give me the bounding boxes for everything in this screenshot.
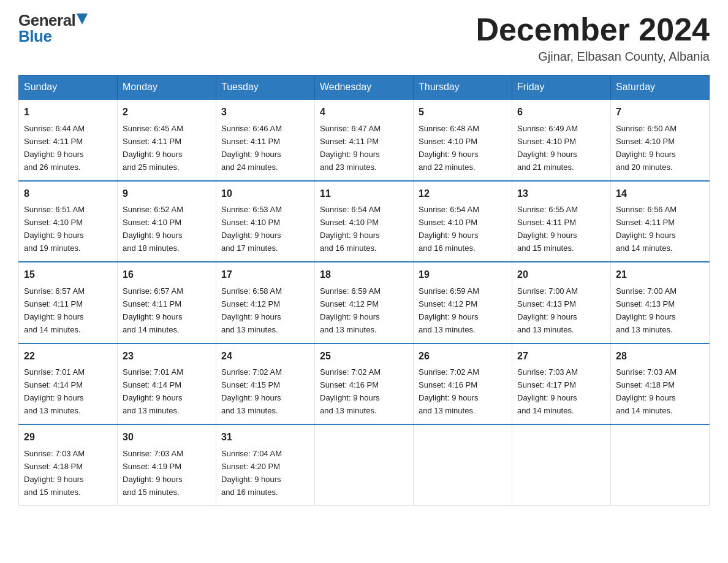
logo: General Blue bbox=[18, 12, 88, 44]
calendar-week-row: 22 Sunrise: 7:01 AMSunset: 4:14 PMDaylig… bbox=[19, 343, 710, 424]
day-number: 15 bbox=[24, 267, 112, 283]
day-number: 31 bbox=[221, 430, 309, 445]
day-number: 22 bbox=[24, 349, 112, 364]
day-number: 3 bbox=[221, 105, 309, 120]
day-info: Sunrise: 6:54 AMSunset: 4:10 PMDaylight:… bbox=[419, 205, 479, 253]
day-info: Sunrise: 6:44 AMSunset: 4:11 PMDaylight:… bbox=[24, 124, 85, 172]
day-number: 26 bbox=[419, 349, 507, 364]
day-info: Sunrise: 7:04 AMSunset: 4:20 PMDaylight:… bbox=[221, 449, 282, 497]
weekday-header-wednesday: Wednesday bbox=[315, 75, 414, 100]
day-info: Sunrise: 6:59 AMSunset: 4:12 PMDaylight:… bbox=[320, 286, 381, 334]
day-info: Sunrise: 7:01 AMSunset: 4:14 PMDaylight:… bbox=[24, 367, 85, 415]
calendar-day-cell: 21 Sunrise: 7:00 AMSunset: 4:13 PMDaylig… bbox=[611, 262, 710, 343]
calendar-day-cell: 3 Sunrise: 6:46 AMSunset: 4:11 PMDayligh… bbox=[216, 99, 315, 180]
day-number: 18 bbox=[320, 267, 408, 283]
calendar-day-cell: 9 Sunrise: 6:52 AMSunset: 4:10 PMDayligh… bbox=[118, 181, 216, 262]
weekday-header-row: SundayMondayTuesdayWednesdayThursdayFrid… bbox=[19, 75, 710, 100]
calendar-day-cell: 27 Sunrise: 7:03 AMSunset: 4:17 PMDaylig… bbox=[512, 343, 611, 424]
day-info: Sunrise: 6:45 AMSunset: 4:11 PMDaylight:… bbox=[123, 124, 183, 172]
calendar-day-cell: 10 Sunrise: 6:53 AMSunset: 4:10 PMDaylig… bbox=[216, 181, 315, 262]
day-info: Sunrise: 6:58 AMSunset: 4:12 PMDaylight:… bbox=[221, 286, 282, 334]
calendar-day-cell: 22 Sunrise: 7:01 AMSunset: 4:14 PMDaylig… bbox=[19, 343, 118, 424]
calendar-week-row: 29 Sunrise: 7:03 AMSunset: 4:18 PMDaylig… bbox=[19, 424, 710, 505]
weekday-header-friday: Friday bbox=[512, 75, 611, 100]
day-info: Sunrise: 6:50 AMSunset: 4:10 PMDaylight:… bbox=[616, 124, 677, 172]
day-info: Sunrise: 6:49 AMSunset: 4:10 PMDaylight:… bbox=[517, 124, 578, 172]
calendar-day-cell: 11 Sunrise: 6:54 AMSunset: 4:10 PMDaylig… bbox=[315, 181, 414, 262]
weekday-header-monday: Monday bbox=[118, 75, 216, 100]
day-info: Sunrise: 7:00 AMSunset: 4:13 PMDaylight:… bbox=[517, 286, 578, 334]
day-info: Sunrise: 6:57 AMSunset: 4:11 PMDaylight:… bbox=[24, 286, 85, 334]
day-number: 10 bbox=[221, 186, 309, 202]
day-number: 6 bbox=[517, 105, 605, 120]
logo-blue-text: Blue bbox=[18, 27, 51, 45]
day-info: Sunrise: 6:57 AMSunset: 4:11 PMDaylight:… bbox=[123, 286, 183, 334]
calendar-day-cell: 13 Sunrise: 6:55 AMSunset: 4:11 PMDaylig… bbox=[512, 181, 611, 262]
calendar-day-cell: 18 Sunrise: 6:59 AMSunset: 4:12 PMDaylig… bbox=[315, 262, 414, 343]
calendar-day-cell: 25 Sunrise: 7:02 AMSunset: 4:16 PMDaylig… bbox=[315, 343, 414, 424]
day-info: Sunrise: 6:54 AMSunset: 4:10 PMDaylight:… bbox=[320, 205, 381, 253]
day-number: 24 bbox=[221, 349, 309, 364]
calendar-day-cell: 7 Sunrise: 6:50 AMSunset: 4:10 PMDayligh… bbox=[611, 99, 710, 180]
day-number: 12 bbox=[419, 186, 507, 202]
calendar-day-cell: 31 Sunrise: 7:04 AMSunset: 4:20 PMDaylig… bbox=[216, 424, 315, 505]
day-number: 9 bbox=[123, 186, 211, 202]
day-info: Sunrise: 6:47 AMSunset: 4:11 PMDaylight:… bbox=[320, 124, 381, 172]
day-info: Sunrise: 6:46 AMSunset: 4:11 PMDaylight:… bbox=[221, 124, 282, 172]
day-info: Sunrise: 7:03 AMSunset: 4:19 PMDaylight:… bbox=[123, 449, 183, 497]
calendar-day-cell bbox=[611, 424, 710, 505]
day-info: Sunrise: 6:56 AMSunset: 4:11 PMDaylight:… bbox=[616, 205, 677, 253]
day-number: 16 bbox=[123, 267, 211, 283]
logo-general-text: General bbox=[18, 12, 75, 28]
day-info: Sunrise: 7:02 AMSunset: 4:16 PMDaylight:… bbox=[419, 367, 479, 415]
day-number: 28 bbox=[616, 349, 704, 364]
day-info: Sunrise: 6:52 AMSunset: 4:10 PMDaylight:… bbox=[123, 205, 183, 253]
day-info: Sunrise: 7:00 AMSunset: 4:13 PMDaylight:… bbox=[616, 286, 677, 334]
day-number: 14 bbox=[616, 186, 704, 202]
day-number: 13 bbox=[517, 186, 605, 202]
calendar-day-cell: 17 Sunrise: 6:58 AMSunset: 4:12 PMDaylig… bbox=[216, 262, 315, 343]
calendar-day-cell bbox=[414, 424, 512, 505]
calendar-day-cell: 8 Sunrise: 6:51 AMSunset: 4:10 PMDayligh… bbox=[19, 181, 118, 262]
day-number: 2 bbox=[123, 105, 211, 120]
day-number: 23 bbox=[123, 349, 211, 364]
calendar-day-cell bbox=[512, 424, 611, 505]
day-info: Sunrise: 7:01 AMSunset: 4:14 PMDaylight:… bbox=[123, 367, 183, 415]
day-number: 17 bbox=[221, 267, 309, 283]
day-number: 1 bbox=[24, 105, 112, 120]
calendar-day-cell: 2 Sunrise: 6:45 AMSunset: 4:11 PMDayligh… bbox=[118, 99, 216, 180]
day-info: Sunrise: 6:48 AMSunset: 4:10 PMDaylight:… bbox=[419, 124, 479, 172]
calendar-day-cell: 4 Sunrise: 6:47 AMSunset: 4:11 PMDayligh… bbox=[315, 99, 414, 180]
calendar-week-row: 1 Sunrise: 6:44 AMSunset: 4:11 PMDayligh… bbox=[19, 99, 710, 180]
day-info: Sunrise: 7:03 AMSunset: 4:18 PMDaylight:… bbox=[616, 367, 677, 415]
logo-arrow-icon bbox=[77, 13, 88, 25]
calendar-day-cell: 24 Sunrise: 7:02 AMSunset: 4:15 PMDaylig… bbox=[216, 343, 315, 424]
title-block: December 2024 Gjinar, Elbasan County, Al… bbox=[476, 12, 710, 64]
day-number: 5 bbox=[419, 105, 507, 120]
day-info: Sunrise: 7:03 AMSunset: 4:18 PMDaylight:… bbox=[24, 449, 85, 497]
day-number: 4 bbox=[320, 105, 408, 120]
calendar-header: SundayMondayTuesdayWednesdayThursdayFrid… bbox=[19, 75, 710, 100]
day-number: 11 bbox=[320, 186, 408, 202]
calendar-day-cell: 29 Sunrise: 7:03 AMSunset: 4:18 PMDaylig… bbox=[19, 424, 118, 505]
calendar-day-cell: 30 Sunrise: 7:03 AMSunset: 4:19 PMDaylig… bbox=[118, 424, 216, 505]
calendar-table: SundayMondayTuesdayWednesdayThursdayFrid… bbox=[18, 75, 710, 505]
location-text: Gjinar, Elbasan County, Albania bbox=[476, 50, 710, 64]
weekday-header-thursday: Thursday bbox=[414, 75, 512, 100]
weekday-header-sunday: Sunday bbox=[19, 75, 118, 100]
day-number: 7 bbox=[616, 105, 704, 120]
day-info: Sunrise: 6:55 AMSunset: 4:11 PMDaylight:… bbox=[517, 205, 578, 253]
calendar-day-cell: 6 Sunrise: 6:49 AMSunset: 4:10 PMDayligh… bbox=[512, 99, 611, 180]
day-info: Sunrise: 6:59 AMSunset: 4:12 PMDaylight:… bbox=[419, 286, 479, 334]
calendar-day-cell: 15 Sunrise: 6:57 AMSunset: 4:11 PMDaylig… bbox=[19, 262, 118, 343]
day-info: Sunrise: 6:53 AMSunset: 4:10 PMDaylight:… bbox=[221, 205, 282, 253]
weekday-header-saturday: Saturday bbox=[611, 75, 710, 100]
day-number: 20 bbox=[517, 267, 605, 283]
day-number: 19 bbox=[419, 267, 507, 283]
day-info: Sunrise: 7:02 AMSunset: 4:16 PMDaylight:… bbox=[320, 367, 381, 415]
calendar-day-cell: 14 Sunrise: 6:56 AMSunset: 4:11 PMDaylig… bbox=[611, 181, 710, 262]
calendar-day-cell: 20 Sunrise: 7:00 AMSunset: 4:13 PMDaylig… bbox=[512, 262, 611, 343]
page-header: General Blue December 2024 Gjinar, Elbas… bbox=[18, 12, 710, 64]
day-number: 21 bbox=[616, 267, 704, 283]
svg-marker-0 bbox=[77, 13, 88, 25]
